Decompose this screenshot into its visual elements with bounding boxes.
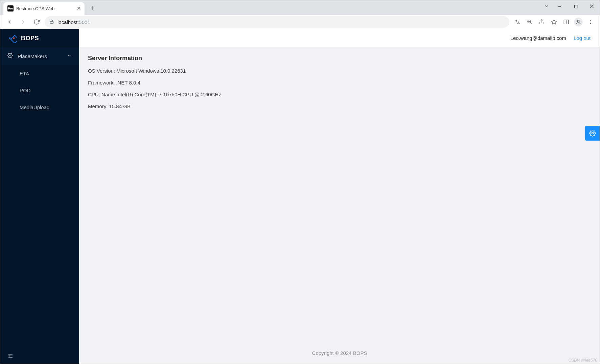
logo-text: BOPS [21, 35, 39, 42]
forward-button[interactable] [18, 17, 28, 27]
topbar: Leo.wang@damaiip.com Log out [79, 29, 600, 47]
url-port: :5001 [77, 19, 90, 25]
tab-title: Bestrane.OPS.Web [16, 6, 54, 11]
svg-rect-4 [50, 21, 53, 23]
sidebar-item-label: ETA [20, 71, 29, 76]
main-area: Leo.wang@damaiip.com Log out Server Info… [79, 29, 600, 364]
toolbar-right-icons [512, 17, 596, 27]
share-icon[interactable] [536, 17, 547, 27]
sidebar-item-eta[interactable]: ETA [0, 65, 79, 82]
browser-tab[interactable]: Pro Bestrane.OPS.Web ✕ [3, 2, 85, 15]
sidebar-logo[interactable]: BOPS [0, 29, 79, 47]
sidebar-group-label: PlaceMakers [18, 53, 62, 59]
sidebar: BOPS PlaceMakers ETA POD MediaUpload [0, 29, 79, 364]
bookmark-icon[interactable] [549, 17, 559, 27]
svg-line-6 [530, 23, 532, 24]
sidebar-item-label: POD [20, 88, 31, 93]
svg-marker-10 [552, 20, 557, 24]
minimize-button[interactable] [551, 0, 568, 13]
back-button[interactable] [4, 17, 15, 27]
page-title: Server Information [88, 55, 591, 62]
window-controls [551, 0, 600, 13]
svg-point-14 [590, 20, 591, 21]
svg-point-18 [9, 38, 11, 39]
close-window-button[interactable] [584, 0, 600, 13]
collapse-icon [7, 353, 14, 359]
info-os: OS Version: Microsoft Windows 10.0.22631 [88, 68, 591, 74]
tabs-dropdown-icon[interactable] [544, 3, 549, 10]
svg-point-15 [590, 22, 591, 22]
sidepanel-icon[interactable] [561, 17, 572, 27]
gear-icon [7, 53, 13, 59]
browser-chrome: Pro Bestrane.OPS.Web ✕ + [0, 0, 600, 29]
copyright: Copyright © 2024 BOPS [312, 350, 367, 356]
app-root: BOPS PlaceMakers ETA POD MediaUpload Leo… [0, 29, 600, 364]
sidebar-group-placemakers[interactable]: PlaceMakers [0, 47, 79, 65]
chevron-up-icon [67, 53, 72, 59]
svg-point-16 [590, 23, 591, 24]
maximize-button[interactable] [568, 0, 584, 13]
zoom-icon[interactable] [524, 17, 535, 27]
svg-rect-11 [564, 20, 569, 24]
favicon: Pro [7, 5, 14, 11]
watermark: CSDN @lee576 [568, 358, 597, 363]
svg-rect-1 [574, 5, 577, 8]
svg-point-24 [592, 132, 594, 134]
kebab-menu-icon[interactable] [585, 17, 596, 27]
tab-bar: Pro Bestrane.OPS.Web ✕ + [0, 0, 600, 15]
sidebar-item-pod[interactable]: POD [0, 82, 79, 99]
logout-link[interactable]: Log out [574, 35, 591, 41]
new-tab-button[interactable]: + [87, 2, 99, 14]
svg-rect-17 [11, 35, 17, 43]
avatar-icon [574, 18, 583, 26]
footer: Copyright © 2024 BOPS [79, 344, 600, 364]
sidebar-item-label: MediaUpload [20, 104, 49, 110]
gear-icon [589, 130, 596, 137]
translate-icon[interactable] [512, 17, 523, 27]
sidebar-collapse-button[interactable] [0, 348, 79, 364]
url-host: localhost [57, 19, 77, 25]
svg-point-13 [577, 20, 579, 22]
user-email: Leo.wang@damaiip.com [510, 35, 566, 41]
info-memory: Memory: 15.84 GB [88, 103, 591, 109]
address-bar[interactable]: localhost:5001 [45, 16, 509, 28]
close-tab-icon[interactable]: ✕ [77, 5, 81, 11]
floating-settings-button[interactable] [585, 126, 600, 141]
logo-icon [7, 33, 17, 43]
sidebar-item-mediaupload[interactable]: MediaUpload [0, 99, 79, 116]
content: Server Information OS Version: Microsoft… [79, 47, 600, 344]
info-cpu: CPU: Name Intel(R) Core(TM) i7-10750H CP… [88, 92, 591, 97]
svg-point-20 [9, 55, 11, 56]
svg-point-19 [13, 38, 15, 39]
lock-icon [49, 19, 54, 25]
info-framework: Framework: .NET 8.0.4 [88, 80, 591, 86]
profile-button[interactable] [573, 17, 584, 27]
browser-toolbar: localhost:5001 [0, 15, 600, 29]
reload-button[interactable] [31, 17, 42, 27]
